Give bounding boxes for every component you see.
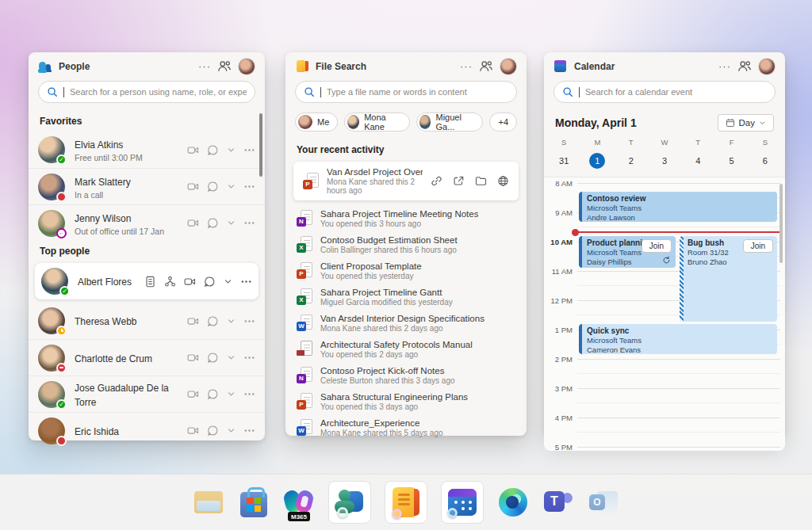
chevron-down-icon[interactable] (224, 277, 232, 286)
selected-person-card[interactable]: ✓ Albert Flores (35, 263, 259, 299)
more-icon[interactable] (243, 144, 255, 156)
more-icon[interactable] (243, 352, 255, 364)
person-row[interactable]: Theresa Webb (29, 303, 265, 339)
calendar-search-box[interactable] (553, 81, 776, 103)
more-icon[interactable] (243, 388, 255, 400)
people-search-input[interactable] (70, 87, 247, 97)
chat-icon[interactable] (207, 217, 219, 229)
event-contoso-review[interactable]: Contoso review Microsoft Teams Andre Law… (579, 192, 777, 222)
account-avatar[interactable] (758, 58, 776, 75)
microsoft-store-icon[interactable] (238, 486, 270, 518)
more-icon[interactable] (243, 315, 255, 327)
file-row[interactable]: P Sahara Structural Engineering PlansYou… (285, 388, 527, 414)
chevron-down-icon[interactable] (227, 353, 236, 362)
account-avatar[interactable] (238, 58, 255, 75)
video-call-icon[interactable] (187, 181, 199, 193)
scrollbar[interactable] (779, 184, 783, 263)
file-search-app-icon[interactable] (385, 481, 427, 524)
chat-icon[interactable] (207, 181, 219, 193)
open-folder-icon[interactable] (475, 175, 487, 187)
event-bug-bush[interactable]: Bug bush Room 31/32 Bruno Zhao Join (680, 236, 777, 322)
edge-icon[interactable] (497, 486, 529, 518)
video-call-icon[interactable] (187, 217, 199, 229)
file-row[interactable]: Architectural Safety Protocols ManualYou… (285, 336, 527, 362)
chat-icon[interactable] (207, 388, 219, 400)
file-row[interactable]: X Sahara Project Timeline GanttMiguel Ga… (285, 284, 527, 310)
chat-icon[interactable] (207, 352, 219, 364)
chevron-down-icon[interactable] (227, 219, 236, 227)
more-icon[interactable] (243, 425, 255, 437)
filter-chip-more[interactable]: +4 (489, 112, 517, 132)
calendar-search-app-icon[interactable] (441, 481, 484, 524)
person-row[interactable]: Charlotte de Crum (29, 339, 265, 376)
chevron-down-icon[interactable] (227, 426, 236, 435)
person-row[interactable]: Eric Ishida (29, 412, 265, 448)
document-icon[interactable] (144, 276, 156, 288)
person-row[interactable]: ← Jenny WilsonOut of office until 17 Jan (29, 204, 265, 241)
day-cell[interactable]: S31 (547, 138, 580, 169)
day-cell[interactable]: F5 (714, 138, 748, 169)
person-row[interactable]: Mark SlatteryIn a call (29, 168, 265, 204)
more-icon[interactable] (243, 181, 255, 193)
people-search-app-icon[interactable] (328, 481, 371, 524)
file-row[interactable]: P Client Proposal TemplateYou opened thi… (285, 257, 527, 284)
person-row[interactable]: ✓ Jose Guadalupe De la Torre (29, 376, 265, 412)
chevron-down-icon[interactable] (227, 390, 236, 398)
chat-icon[interactable] (207, 315, 219, 327)
file-row[interactable]: W Architecture_ExperienceMona Kane share… (285, 414, 527, 440)
file-row[interactable]: W Van Arsdel Interior Design Specificati… (285, 310, 527, 336)
video-call-icon[interactable] (187, 352, 199, 364)
org-chart-icon[interactable] (164, 276, 176, 288)
teams-icon[interactable]: T (542, 486, 574, 518)
more-options-icon[interactable]: ··· (718, 59, 731, 74)
file-row[interactable]: N Sahara Project Timeline Meeting NotesY… (285, 205, 527, 231)
chevron-down-icon[interactable] (227, 146, 236, 154)
file-row[interactable]: N Contoso Project Kick-off NotesCeleste … (285, 362, 527, 388)
file-explorer-icon[interactable] (193, 486, 224, 518)
view-selector-button[interactable]: Day (718, 114, 774, 132)
people-search-box[interactable] (38, 81, 255, 103)
more-options-icon[interactable]: ··· (198, 59, 211, 74)
video-call-icon[interactable] (187, 144, 199, 156)
people-directory-icon[interactable] (479, 59, 493, 74)
file-row[interactable]: X Contoso Budget Estimation SheetColin B… (285, 231, 527, 257)
outlook-icon[interactable]: O (588, 486, 619, 518)
m365-copilot-icon[interactable]: M365 (283, 486, 315, 518)
more-icon[interactable] (240, 276, 252, 288)
more-options-icon[interactable]: ··· (460, 59, 473, 74)
video-call-icon[interactable] (187, 315, 199, 327)
join-button[interactable]: Join (642, 239, 672, 253)
scrollbar[interactable] (259, 113, 262, 177)
day-cell[interactable]: W3 (648, 138, 681, 169)
day-cell[interactable]: S6 (749, 138, 782, 169)
day-cell-selected[interactable]: M1 (580, 138, 614, 169)
event-product-planning[interactable]: Product planning Microsoft Teams Daisy P… (579, 236, 676, 268)
file-search-input[interactable] (327, 87, 508, 97)
people-directory-icon[interactable] (217, 59, 232, 74)
video-call-icon[interactable] (187, 388, 199, 400)
account-avatar[interactable] (500, 58, 517, 75)
join-button[interactable]: Join (743, 239, 773, 253)
file-search-box[interactable] (295, 81, 517, 103)
filter-chip-me[interactable]: Me (295, 112, 338, 132)
day-cell[interactable]: T4 (681, 138, 714, 169)
video-call-icon[interactable] (187, 425, 199, 437)
day-cell[interactable]: T2 (615, 138, 648, 169)
chat-icon[interactable] (207, 144, 219, 156)
calendar-search-input[interactable] (585, 87, 767, 97)
day-grid[interactable]: 8 AM 9 AM 10 AM 11 AM 12 PM 1 PM 2 PM 3 … (544, 177, 785, 451)
filter-chip-mona[interactable]: Mona Kane (344, 112, 409, 132)
chat-icon[interactable] (204, 276, 216, 288)
file-row-selected[interactable]: P Van Arsdel Project Overview... Mona Ka… (293, 162, 519, 200)
chevron-down-icon[interactable] (227, 182, 236, 191)
event-quick-sync[interactable]: Quick sync Microsoft Teams Cameron Evans (579, 324, 777, 354)
chat-icon[interactable] (207, 425, 219, 437)
person-row[interactable]: ✓ Elvia AtkinsFree until 3:00 PM (29, 132, 265, 168)
chevron-down-icon[interactable] (227, 317, 236, 326)
open-in-browser-icon[interactable] (497, 175, 509, 187)
video-call-icon[interactable] (184, 276, 196, 288)
more-icon[interactable] (243, 217, 255, 229)
people-directory-icon[interactable] (737, 59, 752, 74)
share-icon[interactable] (453, 175, 465, 187)
filter-chip-miguel[interactable]: Miguel Ga... (416, 112, 484, 132)
